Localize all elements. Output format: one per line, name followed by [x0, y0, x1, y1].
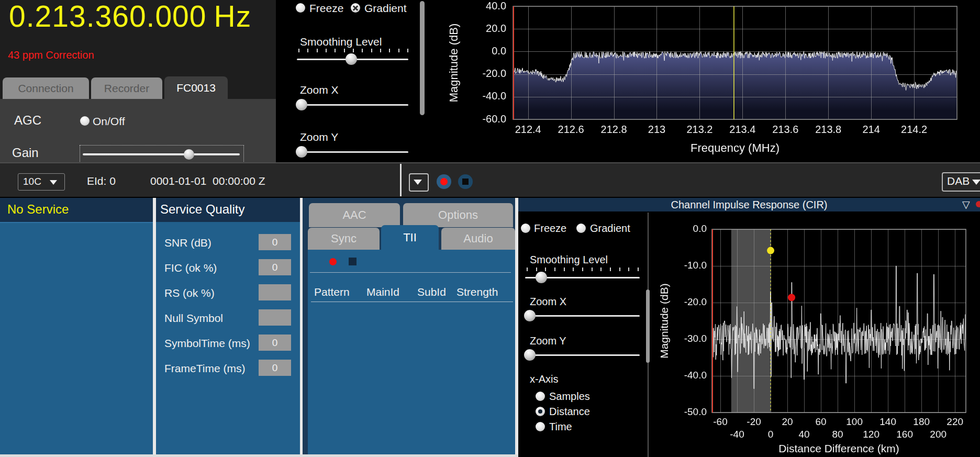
- cir-xaxis-time-radio[interactable]: [536, 422, 545, 431]
- record-menu-caret-icon: [414, 180, 422, 185]
- cir-title: Channel Impulse Response (CIR): [518, 199, 980, 211]
- tab-options[interactable]: Options: [403, 203, 513, 227]
- sq-value-text: 0: [272, 337, 278, 348]
- sq-value-text: 0: [272, 262, 278, 273]
- cir-zoomx-label: Zoom X: [530, 296, 566, 308]
- cir-xaxis-samples-radio[interactable]: [536, 392, 545, 401]
- tii-header-underline: [311, 302, 513, 302]
- ppm-correction-label: 43 ppm Correction: [8, 49, 94, 61]
- detail-panel-body: [308, 250, 515, 455]
- toolbar: [0, 163, 980, 197]
- record-menu-button[interactable]: [409, 173, 429, 192]
- sq-row-value: 0: [259, 259, 291, 275]
- gain-slider-knob[interactable]: [184, 149, 194, 160]
- cir-collapse-icon[interactable]: ▽: [962, 198, 970, 210]
- tii-col-subid: SubId: [417, 286, 446, 298]
- cir-zoomy-label: Zoom Y: [530, 335, 566, 347]
- bottom-scrollbar[interactable]: [0, 454, 518, 457]
- sq-row-value: 0: [259, 360, 291, 376]
- spectrum-zoomx-slider[interactable]: [297, 104, 408, 106]
- cir-scrollbar[interactable]: [646, 289, 650, 363]
- datetime-label: 0001-01-01 00:00:00 Z: [150, 175, 265, 187]
- sq-row-label: SNR (dB): [164, 237, 211, 249]
- eid-label: EId: 0: [87, 175, 116, 187]
- cir-zoomy-track[interactable]: [525, 354, 640, 356]
- mode-select-value: DAB: [947, 175, 970, 187]
- cir-zoomy-knob[interactable]: [524, 349, 536, 361]
- spectrum-zoomy-track[interactable]: [297, 151, 408, 153]
- tii-stop-indicator-icon[interactable]: [349, 258, 357, 265]
- tab-sync[interactable]: Sync: [308, 228, 380, 250]
- cir-smoothing-slider[interactable]: [525, 277, 640, 278]
- app-window: 0.213.360.000Hz 43 ppm Correction Connec…: [0, 0, 980, 457]
- sq-row-value: [259, 309, 291, 326]
- record-button[interactable]: [437, 174, 451, 189]
- cir-smoothing-ticks: [527, 267, 638, 272]
- service-quality-header-label: Service Quality: [160, 202, 244, 217]
- spectrum-plot: [425, 0, 980, 162]
- tab-fc0013[interactable]: FC0013: [164, 76, 228, 99]
- gain-label: Gain: [12, 146, 39, 160]
- spectrum-smoothing-slider[interactable]: [297, 59, 408, 60]
- spectrum-zoomy-slider[interactable]: [297, 151, 408, 153]
- sq-row-label: RS (ok %): [164, 287, 215, 299]
- cir-gradient-label: Gradient: [590, 222, 630, 235]
- agc-label: AGC: [14, 113, 41, 128]
- channel-select[interactable]: 10C: [18, 173, 65, 191]
- sq-row-label: SymbolTime (ms): [164, 337, 250, 350]
- service-list-header-label: No Service: [7, 202, 69, 217]
- spectrum-zoomy-knob[interactable]: [296, 146, 307, 158]
- cir-smoothing-knob[interactable]: [536, 272, 547, 283]
- cir-freeze-radio[interactable]: [521, 224, 530, 233]
- sq-row-value: 0: [259, 234, 291, 250]
- stop-icon: [462, 179, 469, 185]
- cir-xaxis-distance-label: Distance: [549, 406, 590, 418]
- tab-recorder[interactable]: Recorder: [91, 77, 162, 99]
- agc-toggle-label: On/Off: [93, 115, 125, 128]
- cir-gradient-radio[interactable]: [576, 224, 586, 233]
- cir-zoomy-slider[interactable]: [525, 354, 640, 356]
- sq-row-label: FIC (ok %): [164, 262, 217, 274]
- stop-button[interactable]: [458, 174, 473, 189]
- gain-slider-track[interactable]: [83, 153, 240, 155]
- frequency-value: 0.213.360.000Hz: [9, 0, 251, 34]
- spectrum-zoomx-knob[interactable]: [296, 99, 307, 110]
- sq-row-label: FrameTime (ms): [164, 362, 245, 375]
- spectrum-smoothing-knob[interactable]: [346, 53, 357, 65]
- tii-record-indicator-icon[interactable]: [329, 258, 337, 265]
- spectrum-controls-scrollbar[interactable]: [420, 1, 425, 115]
- tab-audio[interactable]: Audio: [441, 228, 515, 250]
- spectrum-smoothing-ticks: [298, 49, 407, 53]
- spectrum-freeze-label: Freeze: [309, 2, 343, 15]
- cir-xaxis-label: x-Axis: [530, 373, 558, 385]
- tab-aac[interactable]: AAC: [309, 203, 400, 227]
- cir-xaxis-samples-label: Samples: [549, 391, 590, 403]
- tab-connection[interactable]: Connection: [3, 77, 89, 99]
- cir-zoomx-slider[interactable]: [525, 315, 640, 317]
- agc-toggle-radio[interactable]: [80, 116, 90, 126]
- service-list-panel: [0, 198, 153, 455]
- spectrum-gradient-checkbox[interactable]: [351, 3, 360, 13]
- sq-row-value: 0: [259, 335, 291, 351]
- toolbar-separator: [400, 164, 402, 196]
- sq-row-label: Null Symbol: [164, 312, 223, 325]
- mode-select[interactable]: DAB: [942, 172, 980, 192]
- spectrum-zoomx-track[interactable]: [297, 104, 408, 106]
- cir-plot: [654, 210, 980, 457]
- spectrum-zoomy-label: Zoom Y: [300, 131, 338, 143]
- spectrum-freeze-radio[interactable]: [296, 3, 305, 13]
- channel-select-value: 10C: [23, 176, 41, 187]
- cir-smoothing-label: Smoothing Level: [530, 254, 608, 266]
- tii-col-mainid: MainId: [366, 286, 399, 298]
- record-icon: [440, 178, 448, 185]
- sq-row-value: [259, 284, 291, 300]
- sq-value-text: 0: [272, 362, 278, 373]
- gain-slider[interactable]: [83, 153, 240, 155]
- tab-tii[interactable]: TII: [381, 225, 439, 250]
- cir-zoomx-knob[interactable]: [524, 310, 536, 321]
- cir-xaxis-time-label: Time: [549, 421, 572, 433]
- cir-freeze-label: Freeze: [534, 222, 566, 235]
- cir-zoomx-track[interactable]: [525, 315, 640, 317]
- spectrum-zoomx-label: Zoom X: [300, 84, 339, 96]
- cir-xaxis-distance-radio[interactable]: [536, 407, 545, 416]
